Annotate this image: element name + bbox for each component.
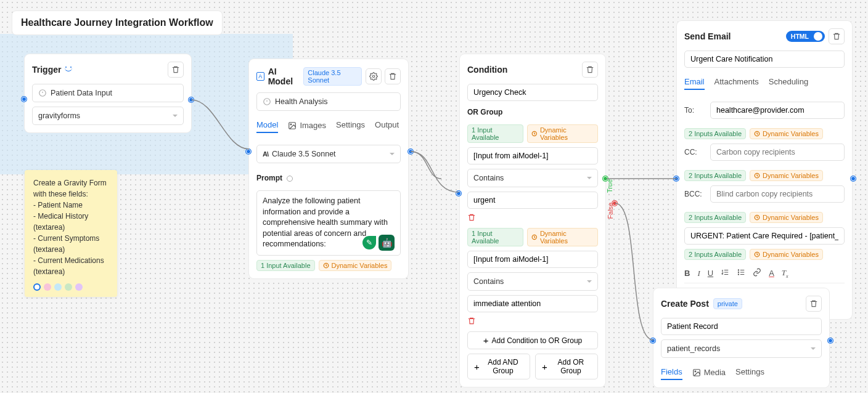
- html-toggle[interactable]: HTML: [786, 31, 825, 42]
- tab-email[interactable]: Email: [684, 77, 705, 90]
- delete-button[interactable]: [582, 62, 598, 78]
- bot-icon[interactable]: 🤖: [379, 235, 395, 251]
- dynamic-variables-pill[interactable]: Dynamic Variables: [750, 212, 823, 223]
- tab-images[interactable]: Images: [288, 120, 326, 133]
- port-out[interactable]: [851, 176, 856, 181]
- condition-name-input[interactable]: [467, 84, 598, 101]
- inputs-available-pill[interactable]: 2 Inputs Available: [684, 128, 746, 139]
- email-node[interactable]: Send Email HTML Email Attachments Schedu…: [677, 21, 852, 319]
- italic-button[interactable]: I: [697, 269, 700, 278]
- rule-source-input[interactable]: [467, 147, 598, 164]
- dyn-vars-text: Dynamic Variables: [540, 126, 594, 141]
- port-in[interactable]: [650, 338, 655, 343]
- rule-op-text: Contains: [473, 174, 504, 182]
- unordered-list-button[interactable]: [737, 268, 745, 278]
- add-or-text: Add OR Group: [551, 358, 591, 375]
- trigger-source-select[interactable]: gravityforms: [32, 107, 184, 125]
- sticky-color-picker[interactable]: [33, 283, 108, 291]
- edit-icon[interactable]: ✎: [362, 236, 376, 249]
- add-condition-button[interactable]: + Add Condition to OR Group: [467, 331, 598, 349]
- sticky-color-option[interactable]: [65, 283, 72, 291]
- trigger-name-input[interactable]: Patient Data Input: [32, 84, 184, 102]
- port-out[interactable]: [189, 97, 194, 102]
- rule-value-input[interactable]: [467, 192, 598, 209]
- private-badge: private: [713, 298, 742, 309]
- html-toggle-label: HTML: [788, 33, 811, 40]
- ai-tabs: Model Images Settings Output: [256, 120, 401, 133]
- text-color-button[interactable]: A: [769, 269, 774, 278]
- post-name-input[interactable]: [661, 318, 822, 335]
- tab-media[interactable]: Media: [692, 367, 726, 380]
- tab-model[interactable]: Model: [256, 120, 278, 133]
- condition-node[interactable]: Condition OR Group 1 Input Available Dyn…: [460, 54, 605, 387]
- sticky-color-option[interactable]: [44, 283, 51, 291]
- delete-button[interactable]: [385, 68, 401, 84]
- delete-button[interactable]: [168, 62, 184, 78]
- rule-op-select[interactable]: Contains: [467, 169, 598, 187]
- email-name-input[interactable]: [684, 51, 845, 68]
- tab-media-label: Media: [704, 368, 726, 377]
- subject-input[interactable]: [684, 227, 845, 245]
- clear-format-button[interactable]: Tx: [782, 268, 788, 279]
- inputs-available-pill[interactable]: 1 Input Available: [467, 124, 523, 143]
- post-type-select[interactable]: patient_records: [661, 339, 822, 358]
- trigger-source-text: gravityforms: [38, 111, 80, 120]
- dynamic-variables-pill[interactable]: Dynamic Variables: [319, 260, 392, 271]
- underline-button[interactable]: U: [708, 269, 713, 278]
- dyn-vars-text: Dynamic Variables: [540, 230, 594, 245]
- delete-button[interactable]: [806, 296, 822, 312]
- sticky-note[interactable]: Create a Gravity Form with these fields:…: [25, 170, 117, 297]
- tab-fields[interactable]: Fields: [661, 367, 682, 380]
- ai-name-input[interactable]: Health Analysis: [256, 92, 401, 111]
- port-in[interactable]: [22, 97, 27, 102]
- svg-point-14: [738, 272, 739, 273]
- dynamic-variables-pill[interactable]: Dynamic Variables: [750, 128, 823, 139]
- settings-button[interactable]: [366, 68, 382, 84]
- cc-input[interactable]: [710, 144, 845, 161]
- rule-source-input[interactable]: [467, 251, 598, 268]
- model-select[interactable]: A\ Claude 3.5 Sonnet: [256, 145, 401, 163]
- prompt-label: Prompt: [256, 174, 282, 182]
- port-in[interactable]: [456, 191, 461, 196]
- rule-value-input[interactable]: [467, 295, 598, 312]
- inputs-available-pill[interactable]: 2 Inputs Available: [684, 249, 746, 260]
- trigger-title: Trigger: [32, 65, 61, 75]
- port-out[interactable]: [828, 338, 833, 343]
- ordered-list-button[interactable]: [721, 268, 729, 278]
- inputs-available-pill[interactable]: 2 Inputs Available: [684, 170, 746, 181]
- sticky-color-option[interactable]: [54, 283, 62, 291]
- dynamic-variables-pill[interactable]: Dynamic Variables: [527, 228, 598, 246]
- ai-name-text: Health Analysis: [275, 97, 327, 106]
- inputs-available-pill[interactable]: 2 Inputs Available: [684, 212, 746, 223]
- dynamic-variables-pill[interactable]: Dynamic Variables: [750, 170, 823, 181]
- dynamic-variables-pill[interactable]: Dynamic Variables: [750, 249, 823, 260]
- dyn-vars-text: Dynamic Variables: [763, 251, 819, 258]
- add-or-group-button[interactable]: + Add OR Group: [535, 354, 598, 379]
- inputs-available-pill[interactable]: 1 Input Available: [256, 260, 315, 271]
- tab-settings[interactable]: Settings: [735, 367, 764, 380]
- to-input[interactable]: [710, 102, 845, 119]
- bold-button[interactable]: B: [684, 269, 690, 278]
- port-out[interactable]: [408, 149, 413, 154]
- delete-rule-button[interactable]: [467, 317, 598, 327]
- delete-button[interactable]: [829, 28, 845, 44]
- bcc-input[interactable]: [710, 185, 845, 203]
- port-in[interactable]: [246, 149, 251, 154]
- create-post-node[interactable]: Create Post private patient_records Fiel…: [653, 288, 829, 387]
- tab-attachments[interactable]: Attachments: [714, 77, 759, 90]
- add-and-group-button[interactable]: + Add AND Group: [467, 354, 530, 379]
- sticky-color-option[interactable]: [33, 283, 41, 291]
- tab-scheduling[interactable]: Scheduling: [769, 77, 808, 90]
- tab-output[interactable]: Output: [375, 120, 399, 133]
- trigger-node[interactable]: Trigger Patient Data Input gravityforms: [25, 54, 191, 132]
- inputs-available-pill[interactable]: 1 Input Available: [467, 228, 523, 246]
- sticky-color-option[interactable]: [75, 283, 83, 291]
- ai-model-node[interactable]: A AI Model Claude 3.5 Sonnet Health Anal…: [249, 59, 408, 278]
- rule-op-select[interactable]: Contains: [467, 272, 598, 291]
- svg-point-5: [287, 176, 293, 182]
- link-button[interactable]: [753, 268, 761, 278]
- dynamic-variables-pill[interactable]: Dynamic Variables: [527, 124, 598, 143]
- port-in[interactable]: [674, 176, 679, 181]
- tab-settings[interactable]: Settings: [336, 120, 365, 133]
- delete-rule-button[interactable]: [467, 213, 598, 224]
